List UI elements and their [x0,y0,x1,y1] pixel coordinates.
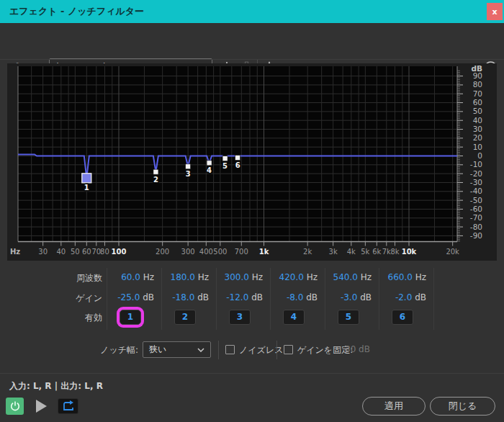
band-parameter-table: 周波数 ゲイン 有効 60.0 Hz-25.0 dB1180.0 Hz-18.0… [0,268,504,331]
notch-point-6[interactable] [235,155,240,160]
frequency-value-2[interactable]: 180.0 Hz [171,272,210,282]
freq-tick-label: 400 [199,248,213,256]
notch-point-4[interactable] [207,161,212,166]
preset-row: プリセット: (デフォルト) [0,23,504,59]
freq-tick-label: 300 [181,248,195,256]
frequency-value-5[interactable]: 540.0 Hz [333,272,372,282]
chevron-down-icon [197,348,204,352]
loop-playback-icon [61,400,76,412]
db-tick-label: -60 [470,205,482,213]
db-tick-label: -40 [470,187,482,195]
freq-tick-label: 30 [38,248,48,256]
gain-value-2[interactable]: -18.0 dB [172,292,209,302]
freq-tick-label: 7k [382,248,391,256]
band-column-4: 420.0 Hz-8.0 dB4 [270,268,325,330]
table-end-divider [433,268,434,330]
frequency-value-3[interactable]: 300.0 Hz [225,272,264,282]
enable-band-button-4[interactable]: 4 [283,310,305,325]
db-tick-label: 70 [473,89,482,98]
enable-band-button-1[interactable]: 1 [120,310,141,325]
filter-graph-canvas[interactable]: 3040506070801002003004005007001k2k3k4k5k… [7,63,497,261]
freq-tick-label: 50 [71,248,80,256]
effect-power-toggle[interactable] [6,398,24,415]
db-tick-label: 20 [473,133,482,142]
freq-tick-label: 2k [303,248,312,256]
freq-tick-label: 8k [390,248,399,256]
enable-band-button-2[interactable]: 2 [174,310,196,325]
freq-tick-label: 10k [402,248,417,256]
notch-point-3[interactable] [186,164,191,169]
db-tick-label: 50 [473,107,482,115]
notch-point-1[interactable] [82,174,91,183]
notch-point-number: 2 [153,176,158,184]
notch-point-number: 1 [84,184,89,192]
window-title: エフェクト - ノッチフィルター [9,0,144,23]
frequency-value-4[interactable]: 420.0 Hz [279,272,318,282]
close-dialog-button[interactable]: 閉じる [430,397,495,416]
close-icon: x [492,7,497,17]
x-axis-unit: Hz [10,248,20,256]
db-tick-label: 80 [473,80,482,89]
db-tick-label: -10 [470,160,482,169]
notch-width-label: ノッチ幅: [85,344,138,356]
enable-band-button-3[interactable]: 3 [229,310,251,325]
band-column-6: 660.0 Hz-2.0 dB6 [379,268,433,330]
frequency-row-label: 周波数 [0,272,102,284]
fix-gain-value: 30 dB [345,344,370,354]
notch-width-value: 狭い [149,344,166,356]
notch-point-number: 3 [186,170,191,178]
titlebar: エフェクト - ノッチフィルター x [0,0,504,23]
footer-divider [0,373,504,374]
band-column-3: 300.0 Hz-12.0 dB3 [216,268,270,330]
notch-point-5[interactable] [222,156,228,161]
freq-tick-label: 1k [259,248,269,256]
notch-width-select[interactable]: 狭い [143,341,211,358]
band-column-1: 60.0 Hz-25.0 dB1 [107,268,161,330]
gain-row-label: ゲイン [0,292,102,305]
db-tick-label: -80 [470,223,482,231]
freq-tick-label: 40 [56,248,66,256]
frequency-response-graph[interactable]: 3040506070801002003004005007001k2k3k4k5k… [7,63,497,261]
frequency-value-1[interactable]: 60.0 Hz [121,272,154,282]
options-divider [276,341,277,359]
db-tick-label: 10 [473,143,482,151]
gain-value-1[interactable]: -25.0 dB [117,292,154,302]
db-tick-label: -20 [470,169,482,178]
close-button[interactable]: x [487,3,503,20]
notch-point-number: 6 [235,161,240,169]
frequency-value-6[interactable]: 660.0 Hz [388,272,427,282]
freq-tick-label: 500 [213,248,227,256]
loop-playback-button[interactable] [58,398,78,414]
gain-value-5[interactable]: -3.0 dB [341,292,372,302]
freq-tick-label: 4k [347,248,356,256]
gain-value-6[interactable]: -2.0 dB [395,292,426,302]
play-button[interactable] [36,400,47,413]
gain-value-3[interactable]: -12.0 dB [226,292,263,302]
freq-tick-label: 3k [329,248,338,256]
enable-band-button-6[interactable]: 6 [392,310,413,325]
apply-button[interactable]: 適用 [362,397,426,416]
noiseless-checkbox[interactable] [225,345,235,354]
freq-tick-label: 80 [100,248,109,256]
band-column-2: 180.0 Hz-18.0 dB2 [161,268,216,330]
io-status: 入力: L, R | 出力: L, R [9,380,103,392]
db-tick-label: 40 [473,116,482,125]
db-tick-label: 60 [473,98,482,107]
power-icon [9,400,21,412]
notch-point-2[interactable] [153,169,158,174]
options-divider [218,341,219,359]
notch-point-number: 4 [207,166,212,174]
enabled-row-label: 有効 [0,312,102,324]
freq-tick-label: 60 [82,248,91,256]
db-tick-label: 0 [477,151,482,160]
db-tick-label: -50 [470,196,482,205]
freq-tick-label: 6k [372,248,381,256]
header-divider [0,59,504,60]
band-column-5: 540.0 Hz-3.0 dB5 [325,268,379,330]
gain-value-4[interactable]: -8.0 dB [287,292,318,302]
fix-gain-checkbox[interactable] [284,345,293,354]
freq-tick-label: 20k [446,248,459,256]
freq-tick-label: 200 [156,248,169,256]
enable-band-button-5[interactable]: 5 [338,310,359,325]
db-tick-label: -70 [470,213,482,222]
